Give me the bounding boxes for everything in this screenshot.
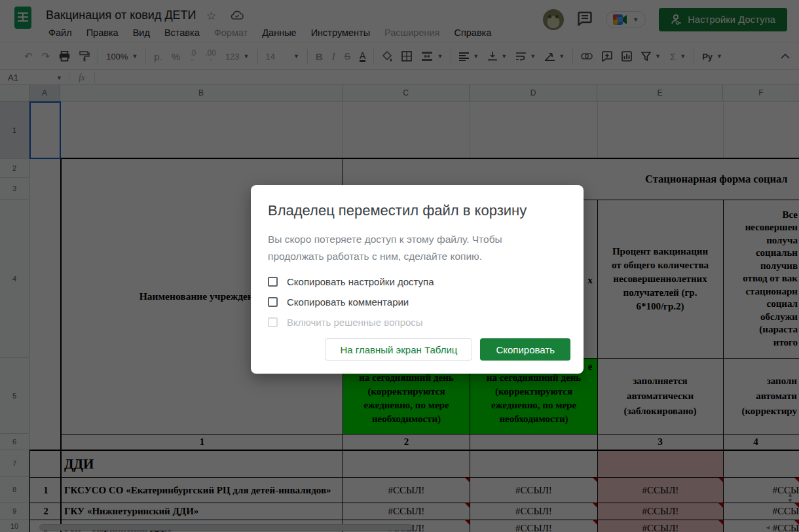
checkbox-copy-sharing[interactable]: Скопировать настройки доступа xyxy=(268,275,568,288)
checkbox-include-resolved: Включить решенные вопросы xyxy=(268,316,568,328)
go-to-sheets-home-button[interactable]: На главный экран Таблиц xyxy=(325,338,472,361)
checkbox-icon[interactable] xyxy=(268,277,278,287)
dialog-body: Вы скоро потеряете доступ к этому файлу.… xyxy=(268,231,556,265)
checkbox-label: Скопировать настройки доступа xyxy=(287,276,434,287)
checkbox-copy-comments[interactable]: Скопировать комментарии xyxy=(268,296,568,308)
dialog-title: Владелец переместил файл в корзину xyxy=(268,202,568,219)
checkbox-label: Скопировать комментарии xyxy=(287,296,409,308)
file-trashed-dialog: Владелец переместил файл в корзину Вы ск… xyxy=(251,185,584,374)
checkbox-icon xyxy=(268,317,278,327)
make-copy-button[interactable]: Скопировать xyxy=(480,338,570,361)
checkbox-label: Включить решенные вопросы xyxy=(287,317,423,328)
checkbox-icon[interactable] xyxy=(268,297,278,307)
